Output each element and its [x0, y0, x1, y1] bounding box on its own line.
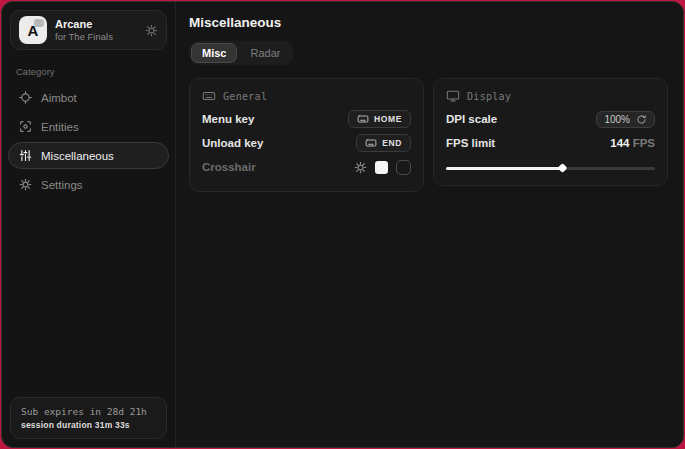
unload-key-row: Unload key END	[202, 131, 411, 155]
tab-misc[interactable]: Misc	[191, 43, 237, 63]
main-content: Miscellaneous Misc Radar Gene	[176, 2, 683, 447]
dpi-scale-row: DPI scale 100%	[446, 107, 655, 131]
menu-key-row: Menu key HOME	[202, 107, 411, 131]
page-title: Miscellaneous	[189, 15, 668, 30]
brand-text: Arcane for The Finals	[55, 18, 137, 43]
crosshair-controls	[354, 160, 411, 175]
crosshair-label: Crosshair	[202, 161, 256, 173]
subscription-card: Sub expires in 28d 21h session duration …	[10, 397, 167, 439]
fps-limit-value: 144 FPS	[610, 137, 655, 149]
menu-key-label: Menu key	[202, 113, 254, 125]
display-card-header: Display	[446, 89, 655, 103]
menu-key-value: HOME	[374, 114, 402, 124]
unload-key-label: Unload key	[202, 137, 263, 149]
fps-slider-track[interactable]	[446, 167, 655, 170]
fps-limit-row: FPS limit 144 FPS	[446, 131, 655, 155]
crosshair-row: Crosshair	[202, 155, 411, 179]
sidebar-item-miscellaneous[interactable]: Miscellaneous	[8, 142, 169, 169]
keyboard-icon	[357, 113, 369, 125]
tab-bar: Misc Radar	[189, 41, 293, 65]
fps-slider-thumb[interactable]	[557, 163, 567, 173]
display-card-title: Display	[467, 91, 511, 102]
tab-radar[interactable]: Radar	[239, 43, 291, 63]
brand-card: A Arcane for The Finals	[10, 10, 167, 50]
general-card: General Menu key HOME	[189, 78, 424, 192]
rotate-icon[interactable]	[636, 114, 647, 125]
monitor-icon	[446, 89, 460, 103]
unload-key-value: END	[382, 138, 402, 148]
dpi-scale-control[interactable]: 100%	[596, 111, 655, 128]
general-card-header: General	[202, 89, 411, 103]
crosshair-checkbox[interactable]	[396, 160, 411, 175]
fps-limit-label: FPS limit	[446, 137, 495, 149]
sidebar-nav: Aimbot Entities	[2, 83, 175, 199]
desktop-background: A Arcane for The Finals Category	[0, 0, 685, 449]
sidebar-item-settings[interactable]: Settings	[8, 171, 169, 198]
gear-icon[interactable]	[145, 24, 158, 37]
crosshair-color-swatch[interactable]	[375, 161, 388, 174]
category-label: Category	[2, 58, 175, 83]
sidebar-item-label: Aimbot	[41, 92, 77, 104]
app-window: A Arcane for The Finals Category	[1, 1, 684, 448]
menu-key-bind-button[interactable]: HOME	[348, 110, 411, 128]
settings-cards: General Menu key HOME	[189, 78, 668, 192]
general-card-title: General	[223, 91, 267, 102]
crosshair-icon	[19, 91, 32, 104]
sidebar-item-label: Settings	[41, 179, 83, 191]
session-duration-text: session duration 31m 33s	[21, 419, 156, 431]
sidebar: A Arcane for The Finals Category	[2, 2, 176, 447]
dpi-scale-value: 100%	[604, 114, 630, 125]
brand-subtitle: for The Finals	[55, 31, 137, 43]
sidebar-item-aimbot[interactable]: Aimbot	[8, 84, 169, 111]
sidebar-item-entities[interactable]: Entities	[8, 113, 169, 140]
fps-limit-slider[interactable]	[446, 163, 655, 173]
sliders-icon	[19, 149, 32, 162]
dpi-scale-label: DPI scale	[446, 113, 497, 125]
sub-expires-text: Sub expires in 28d 21h	[21, 405, 156, 419]
keyboard-icon	[202, 89, 216, 103]
brand-title: Arcane	[55, 18, 137, 31]
unload-key-bind-button[interactable]: END	[356, 134, 411, 152]
scan-icon	[19, 120, 32, 133]
display-card: Display DPI scale 100%	[433, 78, 668, 186]
app-logo: A	[19, 16, 47, 44]
fps-slider-fill	[446, 167, 561, 170]
gear-icon	[19, 178, 32, 191]
sidebar-item-label: Miscellaneous	[41, 150, 114, 162]
keyboard-icon	[365, 137, 377, 149]
gear-icon[interactable]	[354, 161, 367, 174]
sidebar-item-label: Entities	[41, 121, 79, 133]
